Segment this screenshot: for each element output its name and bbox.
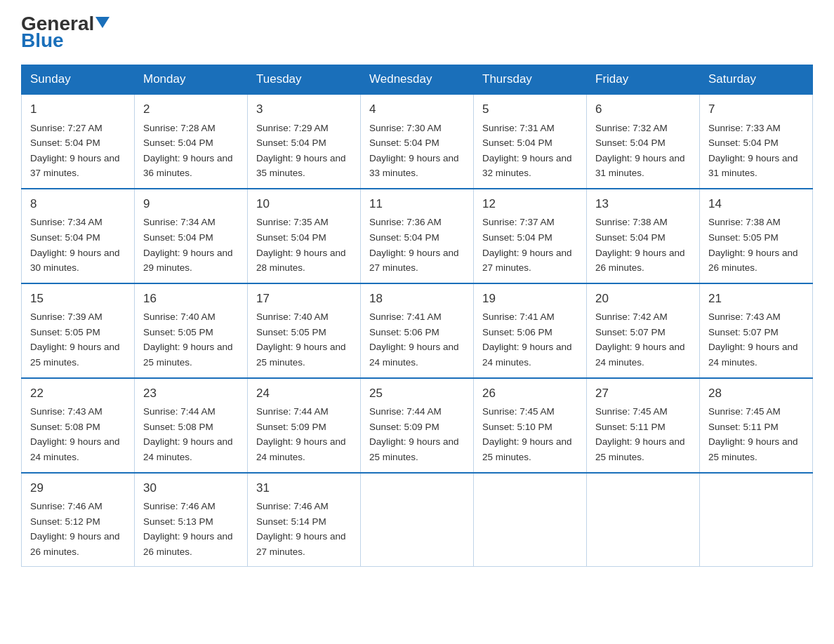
day-info: Sunrise: 7:41 AMSunset: 5:06 PMDaylight:… <box>369 311 459 368</box>
weekday-header-tuesday: Tuesday <box>248 65 361 95</box>
logo-triangle-icon <box>95 17 110 28</box>
day-info: Sunrise: 7:44 AMSunset: 5:09 PMDaylight:… <box>256 406 346 462</box>
day-info: Sunrise: 7:33 AMSunset: 5:04 PMDaylight:… <box>708 123 798 179</box>
week-row-4: 22 Sunrise: 7:43 AMSunset: 5:08 PMDaylig… <box>22 378 813 473</box>
day-info: Sunrise: 7:34 AMSunset: 5:04 PMDaylight:… <box>30 217 120 273</box>
logo: General Blue <box>21 14 110 51</box>
day-number: 26 <box>482 384 578 403</box>
calendar-cell: 22 Sunrise: 7:43 AMSunset: 5:08 PMDaylig… <box>22 378 135 473</box>
calendar-cell: 18 Sunrise: 7:41 AMSunset: 5:06 PMDaylig… <box>361 283 474 378</box>
day-number: 19 <box>482 290 578 308</box>
day-info: Sunrise: 7:29 AMSunset: 5:04 PMDaylight:… <box>256 123 346 179</box>
day-info: Sunrise: 7:32 AMSunset: 5:04 PMDaylight:… <box>595 123 685 179</box>
calendar-cell <box>361 473 474 567</box>
day-number: 25 <box>369 384 465 403</box>
calendar-cell: 31 Sunrise: 7:46 AMSunset: 5:14 PMDaylig… <box>248 473 361 567</box>
day-number: 7 <box>708 100 804 119</box>
calendar-cell: 30 Sunrise: 7:46 AMSunset: 5:13 PMDaylig… <box>135 473 248 567</box>
calendar-cell: 20 Sunrise: 7:42 AMSunset: 5:07 PMDaylig… <box>587 283 700 378</box>
calendar-cell: 1 Sunrise: 7:27 AMSunset: 5:04 PMDayligh… <box>22 94 135 189</box>
day-number: 6 <box>595 100 691 119</box>
day-info: Sunrise: 7:28 AMSunset: 5:04 PMDaylight:… <box>143 123 233 179</box>
day-info: Sunrise: 7:39 AMSunset: 5:05 PMDaylight:… <box>30 311 120 368</box>
day-info: Sunrise: 7:46 AMSunset: 5:13 PMDaylight:… <box>143 501 233 557</box>
day-number: 3 <box>256 100 352 119</box>
day-info: Sunrise: 7:45 AMSunset: 5:11 PMDaylight:… <box>595 406 685 462</box>
day-number: 17 <box>256 290 352 308</box>
day-number: 4 <box>369 100 465 119</box>
day-number: 23 <box>143 384 239 403</box>
day-info: Sunrise: 7:38 AMSunset: 5:05 PMDaylight:… <box>708 217 798 273</box>
calendar-cell: 16 Sunrise: 7:40 AMSunset: 5:05 PMDaylig… <box>135 283 248 378</box>
day-info: Sunrise: 7:34 AMSunset: 5:04 PMDaylight:… <box>143 217 233 273</box>
calendar-cell: 5 Sunrise: 7:31 AMSunset: 5:04 PMDayligh… <box>474 94 587 189</box>
day-number: 2 <box>143 100 239 119</box>
week-row-2: 8 Sunrise: 7:34 AMSunset: 5:04 PMDayligh… <box>22 189 813 283</box>
calendar-cell <box>587 473 700 567</box>
day-info: Sunrise: 7:40 AMSunset: 5:05 PMDaylight:… <box>143 311 233 368</box>
calendar-cell: 17 Sunrise: 7:40 AMSunset: 5:05 PMDaylig… <box>248 283 361 378</box>
day-number: 21 <box>708 290 804 308</box>
day-number: 8 <box>30 195 126 213</box>
calendar-cell <box>474 473 587 567</box>
day-number: 22 <box>30 384 126 403</box>
day-info: Sunrise: 7:43 AMSunset: 5:07 PMDaylight:… <box>708 311 798 368</box>
calendar-cell: 10 Sunrise: 7:35 AMSunset: 5:04 PMDaylig… <box>248 189 361 283</box>
day-number: 15 <box>30 290 126 308</box>
day-number: 29 <box>30 479 126 497</box>
calendar-cell: 6 Sunrise: 7:32 AMSunset: 5:04 PMDayligh… <box>587 94 700 189</box>
day-info: Sunrise: 7:36 AMSunset: 5:04 PMDaylight:… <box>369 217 459 273</box>
calendar-cell: 2 Sunrise: 7:28 AMSunset: 5:04 PMDayligh… <box>135 94 248 189</box>
calendar-cell: 19 Sunrise: 7:41 AMSunset: 5:06 PMDaylig… <box>474 283 587 378</box>
calendar-cell: 14 Sunrise: 7:38 AMSunset: 5:05 PMDaylig… <box>700 189 813 283</box>
day-info: Sunrise: 7:31 AMSunset: 5:04 PMDaylight:… <box>482 123 572 179</box>
day-number: 13 <box>595 195 691 213</box>
day-number: 9 <box>143 195 239 213</box>
day-number: 14 <box>708 195 804 213</box>
calendar-cell: 21 Sunrise: 7:43 AMSunset: 5:07 PMDaylig… <box>700 283 813 378</box>
calendar-cell: 3 Sunrise: 7:29 AMSunset: 5:04 PMDayligh… <box>248 94 361 189</box>
calendar-table: SundayMondayTuesdayWednesdayThursdayFrid… <box>21 65 813 567</box>
day-number: 31 <box>256 479 352 497</box>
weekday-header-friday: Friday <box>587 65 700 95</box>
weekday-header-thursday: Thursday <box>474 65 587 95</box>
day-info: Sunrise: 7:46 AMSunset: 5:12 PMDaylight:… <box>30 501 120 557</box>
calendar-cell: 13 Sunrise: 7:38 AMSunset: 5:04 PMDaylig… <box>587 189 700 283</box>
day-number: 24 <box>256 384 352 403</box>
day-info: Sunrise: 7:40 AMSunset: 5:05 PMDaylight:… <box>256 311 346 368</box>
calendar-cell: 27 Sunrise: 7:45 AMSunset: 5:11 PMDaylig… <box>587 378 700 473</box>
calendar-cell: 25 Sunrise: 7:44 AMSunset: 5:09 PMDaylig… <box>361 378 474 473</box>
logo-blue: Blue <box>21 31 110 51</box>
day-info: Sunrise: 7:46 AMSunset: 5:14 PMDaylight:… <box>256 501 346 557</box>
calendar-cell: 12 Sunrise: 7:37 AMSunset: 5:04 PMDaylig… <box>474 189 587 283</box>
day-info: Sunrise: 7:45 AMSunset: 5:10 PMDaylight:… <box>482 406 572 462</box>
day-number: 27 <box>595 384 691 403</box>
weekday-header-monday: Monday <box>135 65 248 95</box>
day-number: 5 <box>482 100 578 119</box>
day-number: 30 <box>143 479 239 497</box>
calendar-cell: 8 Sunrise: 7:34 AMSunset: 5:04 PMDayligh… <box>22 189 135 283</box>
day-number: 16 <box>143 290 239 308</box>
day-info: Sunrise: 7:43 AMSunset: 5:08 PMDaylight:… <box>30 406 120 462</box>
day-number: 10 <box>256 195 352 213</box>
day-number: 18 <box>369 290 465 308</box>
calendar-cell: 26 Sunrise: 7:45 AMSunset: 5:10 PMDaylig… <box>474 378 587 473</box>
day-info: Sunrise: 7:30 AMSunset: 5:04 PMDaylight:… <box>369 123 459 179</box>
calendar-cell: 7 Sunrise: 7:33 AMSunset: 5:04 PMDayligh… <box>700 94 813 189</box>
day-info: Sunrise: 7:44 AMSunset: 5:08 PMDaylight:… <box>143 406 233 462</box>
calendar-cell: 4 Sunrise: 7:30 AMSunset: 5:04 PMDayligh… <box>361 94 474 189</box>
day-number: 28 <box>708 384 804 403</box>
week-row-1: 1 Sunrise: 7:27 AMSunset: 5:04 PMDayligh… <box>22 94 813 189</box>
weekday-header-sunday: Sunday <box>22 65 135 95</box>
weekday-header-row: SundayMondayTuesdayWednesdayThursdayFrid… <box>22 65 813 95</box>
calendar-cell: 28 Sunrise: 7:45 AMSunset: 5:11 PMDaylig… <box>700 378 813 473</box>
day-info: Sunrise: 7:38 AMSunset: 5:04 PMDaylight:… <box>595 217 685 273</box>
calendar-cell: 11 Sunrise: 7:36 AMSunset: 5:04 PMDaylig… <box>361 189 474 283</box>
day-info: Sunrise: 7:27 AMSunset: 5:04 PMDaylight:… <box>30 123 120 179</box>
day-info: Sunrise: 7:35 AMSunset: 5:04 PMDaylight:… <box>256 217 346 273</box>
day-info: Sunrise: 7:42 AMSunset: 5:07 PMDaylight:… <box>595 311 685 368</box>
week-row-3: 15 Sunrise: 7:39 AMSunset: 5:05 PMDaylig… <box>22 283 813 378</box>
week-row-5: 29 Sunrise: 7:46 AMSunset: 5:12 PMDaylig… <box>22 473 813 567</box>
calendar-cell <box>700 473 813 567</box>
calendar-cell: 15 Sunrise: 7:39 AMSunset: 5:05 PMDaylig… <box>22 283 135 378</box>
